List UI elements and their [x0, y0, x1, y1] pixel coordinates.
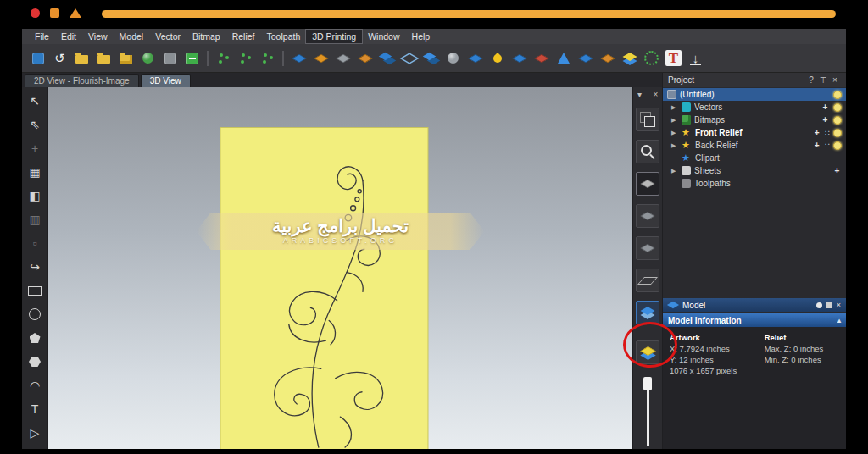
view-slider[interactable]: [643, 377, 652, 449]
relief-pair-icon[interactable]: [420, 47, 442, 69]
iso-view-cube-icon[interactable]: [636, 108, 659, 131]
download-icon[interactable]: ↓: [685, 47, 706, 69]
open-folder-icon[interactable]: [71, 47, 92, 69]
close-small-icon[interactable]: ×: [837, 301, 841, 309]
tree-item-front-relief[interactable]: ▶ ★ Front Relief + ∷: [663, 126, 846, 139]
preview-relief-icon[interactable]: [636, 340, 659, 364]
tree-item-vectors[interactable]: ▶ Vectors +: [663, 101, 846, 114]
relief-honeycomb-icon[interactable]: [354, 47, 376, 69]
levels-icon[interactable]: ∷: [825, 129, 830, 137]
add-model-icon[interactable]: [181, 47, 203, 69]
pin-icon[interactable]: ⊤: [817, 75, 829, 85]
tab-2d-view[interactable]: 2D View - Flourish-Image: [25, 74, 139, 87]
relief-stack-icon[interactable]: [376, 47, 398, 69]
3d-viewport[interactable]: تحميل برامج عربية ARABICSOFT.ORG: [48, 87, 632, 449]
back-relief-view-icon[interactable]: [636, 236, 659, 260]
rectangle-tool-icon[interactable]: [25, 281, 44, 300]
arc-tool-icon[interactable]: ◠: [25, 376, 44, 395]
honeycomb2-icon[interactable]: [597, 47, 618, 69]
expander-icon[interactable]: ▶: [671, 117, 678, 124]
layers-view-icon[interactable]: [636, 301, 659, 324]
add-icon[interactable]: +: [821, 102, 830, 112]
bulb-small-icon[interactable]: [816, 302, 822, 308]
tree-item-bitmaps[interactable]: ▶ Bitmaps +: [663, 114, 846, 126]
polygon-tool-icon[interactable]: [25, 352, 44, 371]
expander-icon[interactable]: ▶: [671, 104, 678, 111]
strip-collapse-icon[interactable]: ▾: [634, 90, 646, 99]
list-small-icon[interactable]: [826, 302, 832, 308]
import-folder-icon[interactable]: [93, 47, 114, 69]
tree-item-toolpaths[interactable]: Toolpaths: [663, 177, 846, 190]
relief-gray-icon[interactable]: [332, 47, 353, 69]
model-section-bar[interactable]: Model ×: [663, 298, 846, 312]
relief-swirl-icon[interactable]: [465, 47, 486, 69]
relief-red-icon[interactable]: [531, 47, 552, 69]
menu-bitmap[interactable]: Bitmap: [186, 30, 226, 43]
relief-yellow-blue-icon[interactable]: [619, 47, 640, 69]
dots-circle-icon[interactable]: [641, 47, 662, 69]
export-folder-icon[interactable]: [115, 47, 136, 69]
tree-item-untitled[interactable]: (Untitled): [663, 88, 846, 101]
tree-item-clipart[interactable]: ★ Clipart: [663, 152, 846, 164]
grid-points-icon[interactable]: [235, 47, 256, 69]
zoom-tool-icon[interactable]: [636, 140, 659, 163]
collapse-chevron-icon[interactable]: ▴: [837, 317, 841, 324]
menu-window[interactable]: Window: [362, 30, 405, 43]
relief-small-icon[interactable]: [509, 47, 530, 69]
add-icon[interactable]: +: [832, 166, 842, 175]
levels-icon[interactable]: ∷: [825, 141, 830, 150]
add-icon[interactable]: +: [812, 141, 821, 150]
shading-tool-icon[interactable]: ◧: [25, 186, 44, 205]
help-icon[interactable]: ?: [805, 75, 817, 85]
menu-help[interactable]: Help: [406, 30, 437, 43]
text-red-icon[interactable]: T: [665, 50, 682, 66]
menu-view[interactable]: View: [82, 30, 114, 43]
expander-icon[interactable]: ▶: [671, 130, 678, 136]
bulb-icon[interactable]: [833, 129, 842, 137]
relief-orange-icon[interactable]: [310, 47, 331, 69]
tab-3d-view[interactable]: 3D View: [141, 74, 191, 87]
plane-view-icon[interactable]: [636, 269, 659, 292]
expander-icon[interactable]: ▶: [671, 168, 678, 174]
tree-item-back-relief[interactable]: ▶ ★ Back Relief + ∷: [663, 139, 846, 152]
connect-points-icon[interactable]: [257, 47, 278, 69]
relief-blue2-icon[interactable]: [575, 47, 596, 69]
relief-view-icon[interactable]: [636, 172, 659, 196]
pentagon-tool-icon[interactable]: [25, 329, 44, 347]
bulb-icon[interactable]: [833, 116, 842, 125]
sphere-arrows-icon[interactable]: [442, 47, 464, 69]
close-icon[interactable]: ×: [829, 75, 841, 85]
menu-model[interactable]: Model: [114, 30, 150, 43]
menu-edit[interactable]: Edit: [55, 30, 82, 43]
cone-icon[interactable]: [553, 47, 574, 69]
model-information-header[interactable]: Model Information ▴: [663, 313, 846, 327]
bulb-icon[interactable]: [833, 141, 842, 150]
expander-icon[interactable]: ▶: [671, 142, 678, 149]
swatch-tool-icon[interactable]: ▫: [25, 234, 44, 252]
text-tool-icon[interactable]: T: [25, 400, 44, 418]
circle-tool-icon[interactable]: [25, 305, 44, 324]
slider-handle[interactable]: [643, 377, 652, 390]
save-icon[interactable]: [27, 47, 48, 69]
add-icon[interactable]: +: [812, 128, 821, 137]
menu-vector[interactable]: Vector: [149, 30, 186, 43]
front-relief-view-icon[interactable]: [636, 204, 659, 228]
node-edit-tool-icon[interactable]: ⇖: [25, 115, 44, 134]
select-tool-icon[interactable]: ↖: [25, 91, 44, 110]
pages-tool-icon[interactable]: ▥: [25, 210, 44, 229]
undo-icon[interactable]: ↺: [49, 47, 70, 69]
menu-toolpath[interactable]: Toolpath: [261, 30, 307, 43]
droplet-icon[interactable]: [487, 47, 508, 69]
material-sphere-icon[interactable]: [137, 47, 159, 69]
draw-curve-tool-icon[interactable]: ↪: [25, 257, 44, 276]
progress-bar[interactable]: [102, 10, 836, 18]
transform-tool-icon[interactable]: +: [25, 139, 44, 158]
add-icon[interactable]: +: [821, 115, 830, 125]
panel-icon[interactable]: [159, 47, 181, 69]
scatter-points-icon[interactable]: [213, 47, 234, 69]
tree-item-sheets[interactable]: ▶ Sheets +: [663, 164, 846, 177]
strip-close-icon[interactable]: ×: [650, 90, 662, 99]
slider-track[interactable]: [647, 390, 649, 446]
menu-3d-printing[interactable]: 3D Printing: [306, 30, 362, 43]
bulb-icon[interactable]: [833, 103, 842, 112]
